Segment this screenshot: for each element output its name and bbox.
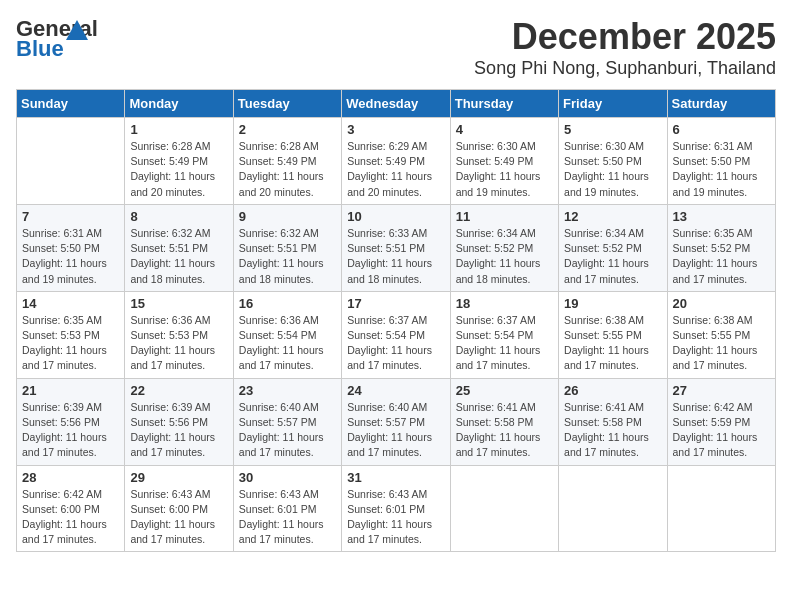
day-number: 16 bbox=[239, 296, 336, 311]
calendar-cell: 30Sunrise: 6:43 AM Sunset: 6:01 PM Dayli… bbox=[233, 465, 341, 552]
calendar-cell: 15Sunrise: 6:36 AM Sunset: 5:53 PM Dayli… bbox=[125, 291, 233, 378]
calendar-cell: 14Sunrise: 6:35 AM Sunset: 5:53 PM Dayli… bbox=[17, 291, 125, 378]
day-number: 23 bbox=[239, 383, 336, 398]
day-number: 8 bbox=[130, 209, 227, 224]
day-info: Sunrise: 6:43 AM Sunset: 6:00 PM Dayligh… bbox=[130, 487, 227, 548]
calendar-cell: 2Sunrise: 6:28 AM Sunset: 5:49 PM Daylig… bbox=[233, 118, 341, 205]
calendar-week-row: 1Sunrise: 6:28 AM Sunset: 5:49 PM Daylig… bbox=[17, 118, 776, 205]
calendar-cell: 6Sunrise: 6:31 AM Sunset: 5:50 PM Daylig… bbox=[667, 118, 775, 205]
day-number: 22 bbox=[130, 383, 227, 398]
day-number: 7 bbox=[22, 209, 119, 224]
calendar-cell: 9Sunrise: 6:32 AM Sunset: 5:51 PM Daylig… bbox=[233, 204, 341, 291]
day-info: Sunrise: 6:31 AM Sunset: 5:50 PM Dayligh… bbox=[22, 226, 119, 287]
calendar-cell: 4Sunrise: 6:30 AM Sunset: 5:49 PM Daylig… bbox=[450, 118, 558, 205]
calendar-cell: 19Sunrise: 6:38 AM Sunset: 5:55 PM Dayli… bbox=[559, 291, 667, 378]
calendar-cell bbox=[450, 465, 558, 552]
weekday-header: Thursday bbox=[450, 90, 558, 118]
day-info: Sunrise: 6:39 AM Sunset: 5:56 PM Dayligh… bbox=[22, 400, 119, 461]
day-info: Sunrise: 6:38 AM Sunset: 5:55 PM Dayligh… bbox=[673, 313, 770, 374]
logo: General Blue bbox=[16, 16, 66, 58]
month-title: December 2025 bbox=[474, 16, 776, 58]
day-info: Sunrise: 6:36 AM Sunset: 5:54 PM Dayligh… bbox=[239, 313, 336, 374]
day-number: 30 bbox=[239, 470, 336, 485]
day-number: 4 bbox=[456, 122, 553, 137]
day-number: 27 bbox=[673, 383, 770, 398]
day-info: Sunrise: 6:34 AM Sunset: 5:52 PM Dayligh… bbox=[456, 226, 553, 287]
calendar: SundayMondayTuesdayWednesdayThursdayFrid… bbox=[16, 89, 776, 552]
calendar-cell: 29Sunrise: 6:43 AM Sunset: 6:00 PM Dayli… bbox=[125, 465, 233, 552]
day-info: Sunrise: 6:35 AM Sunset: 5:53 PM Dayligh… bbox=[22, 313, 119, 374]
calendar-header-row: SundayMondayTuesdayWednesdayThursdayFrid… bbox=[17, 90, 776, 118]
day-info: Sunrise: 6:38 AM Sunset: 5:55 PM Dayligh… bbox=[564, 313, 661, 374]
day-number: 15 bbox=[130, 296, 227, 311]
calendar-cell: 28Sunrise: 6:42 AM Sunset: 6:00 PM Dayli… bbox=[17, 465, 125, 552]
calendar-cell: 1Sunrise: 6:28 AM Sunset: 5:49 PM Daylig… bbox=[125, 118, 233, 205]
calendar-cell: 26Sunrise: 6:41 AM Sunset: 5:58 PM Dayli… bbox=[559, 378, 667, 465]
header: General Blue December 2025 Song Phi Nong… bbox=[16, 16, 776, 79]
calendar-cell: 31Sunrise: 6:43 AM Sunset: 6:01 PM Dayli… bbox=[342, 465, 450, 552]
day-info: Sunrise: 6:34 AM Sunset: 5:52 PM Dayligh… bbox=[564, 226, 661, 287]
day-number: 3 bbox=[347, 122, 444, 137]
calendar-cell: 22Sunrise: 6:39 AM Sunset: 5:56 PM Dayli… bbox=[125, 378, 233, 465]
day-info: Sunrise: 6:41 AM Sunset: 5:58 PM Dayligh… bbox=[456, 400, 553, 461]
day-info: Sunrise: 6:31 AM Sunset: 5:50 PM Dayligh… bbox=[673, 139, 770, 200]
calendar-week-row: 7Sunrise: 6:31 AM Sunset: 5:50 PM Daylig… bbox=[17, 204, 776, 291]
day-number: 11 bbox=[456, 209, 553, 224]
day-info: Sunrise: 6:32 AM Sunset: 5:51 PM Dayligh… bbox=[239, 226, 336, 287]
calendar-cell: 11Sunrise: 6:34 AM Sunset: 5:52 PM Dayli… bbox=[450, 204, 558, 291]
weekday-header: Tuesday bbox=[233, 90, 341, 118]
day-info: Sunrise: 6:33 AM Sunset: 5:51 PM Dayligh… bbox=[347, 226, 444, 287]
calendar-cell bbox=[559, 465, 667, 552]
day-info: Sunrise: 6:39 AM Sunset: 5:56 PM Dayligh… bbox=[130, 400, 227, 461]
calendar-cell: 24Sunrise: 6:40 AM Sunset: 5:57 PM Dayli… bbox=[342, 378, 450, 465]
day-info: Sunrise: 6:40 AM Sunset: 5:57 PM Dayligh… bbox=[239, 400, 336, 461]
title-area: December 2025 Song Phi Nong, Suphanburi,… bbox=[474, 16, 776, 79]
calendar-cell: 8Sunrise: 6:32 AM Sunset: 5:51 PM Daylig… bbox=[125, 204, 233, 291]
day-info: Sunrise: 6:37 AM Sunset: 5:54 PM Dayligh… bbox=[347, 313, 444, 374]
calendar-cell: 16Sunrise: 6:36 AM Sunset: 5:54 PM Dayli… bbox=[233, 291, 341, 378]
weekday-header: Wednesday bbox=[342, 90, 450, 118]
day-number: 5 bbox=[564, 122, 661, 137]
day-number: 29 bbox=[130, 470, 227, 485]
calendar-cell: 23Sunrise: 6:40 AM Sunset: 5:57 PM Dayli… bbox=[233, 378, 341, 465]
day-number: 28 bbox=[22, 470, 119, 485]
logo-icon bbox=[66, 20, 88, 40]
logo-blue: Blue bbox=[16, 36, 64, 62]
svg-marker-0 bbox=[66, 20, 88, 40]
calendar-cell: 10Sunrise: 6:33 AM Sunset: 5:51 PM Dayli… bbox=[342, 204, 450, 291]
day-info: Sunrise: 6:43 AM Sunset: 6:01 PM Dayligh… bbox=[239, 487, 336, 548]
day-number: 12 bbox=[564, 209, 661, 224]
calendar-cell: 20Sunrise: 6:38 AM Sunset: 5:55 PM Dayli… bbox=[667, 291, 775, 378]
day-number: 9 bbox=[239, 209, 336, 224]
day-info: Sunrise: 6:37 AM Sunset: 5:54 PM Dayligh… bbox=[456, 313, 553, 374]
day-number: 31 bbox=[347, 470, 444, 485]
calendar-cell: 3Sunrise: 6:29 AM Sunset: 5:49 PM Daylig… bbox=[342, 118, 450, 205]
calendar-cell: 13Sunrise: 6:35 AM Sunset: 5:52 PM Dayli… bbox=[667, 204, 775, 291]
day-number: 25 bbox=[456, 383, 553, 398]
day-number: 20 bbox=[673, 296, 770, 311]
day-number: 10 bbox=[347, 209, 444, 224]
calendar-cell: 17Sunrise: 6:37 AM Sunset: 5:54 PM Dayli… bbox=[342, 291, 450, 378]
day-number: 1 bbox=[130, 122, 227, 137]
day-info: Sunrise: 6:30 AM Sunset: 5:49 PM Dayligh… bbox=[456, 139, 553, 200]
day-number: 21 bbox=[22, 383, 119, 398]
day-info: Sunrise: 6:35 AM Sunset: 5:52 PM Dayligh… bbox=[673, 226, 770, 287]
weekday-header: Friday bbox=[559, 90, 667, 118]
day-info: Sunrise: 6:41 AM Sunset: 5:58 PM Dayligh… bbox=[564, 400, 661, 461]
weekday-header: Monday bbox=[125, 90, 233, 118]
calendar-cell: 18Sunrise: 6:37 AM Sunset: 5:54 PM Dayli… bbox=[450, 291, 558, 378]
day-number: 18 bbox=[456, 296, 553, 311]
weekday-header: Saturday bbox=[667, 90, 775, 118]
day-info: Sunrise: 6:29 AM Sunset: 5:49 PM Dayligh… bbox=[347, 139, 444, 200]
day-info: Sunrise: 6:30 AM Sunset: 5:50 PM Dayligh… bbox=[564, 139, 661, 200]
day-info: Sunrise: 6:32 AM Sunset: 5:51 PM Dayligh… bbox=[130, 226, 227, 287]
calendar-week-row: 14Sunrise: 6:35 AM Sunset: 5:53 PM Dayli… bbox=[17, 291, 776, 378]
calendar-week-row: 21Sunrise: 6:39 AM Sunset: 5:56 PM Dayli… bbox=[17, 378, 776, 465]
calendar-cell: 25Sunrise: 6:41 AM Sunset: 5:58 PM Dayli… bbox=[450, 378, 558, 465]
day-number: 19 bbox=[564, 296, 661, 311]
weekday-header: Sunday bbox=[17, 90, 125, 118]
calendar-cell: 12Sunrise: 6:34 AM Sunset: 5:52 PM Dayli… bbox=[559, 204, 667, 291]
calendar-cell: 27Sunrise: 6:42 AM Sunset: 5:59 PM Dayli… bbox=[667, 378, 775, 465]
calendar-week-row: 28Sunrise: 6:42 AM Sunset: 6:00 PM Dayli… bbox=[17, 465, 776, 552]
day-info: Sunrise: 6:42 AM Sunset: 5:59 PM Dayligh… bbox=[673, 400, 770, 461]
